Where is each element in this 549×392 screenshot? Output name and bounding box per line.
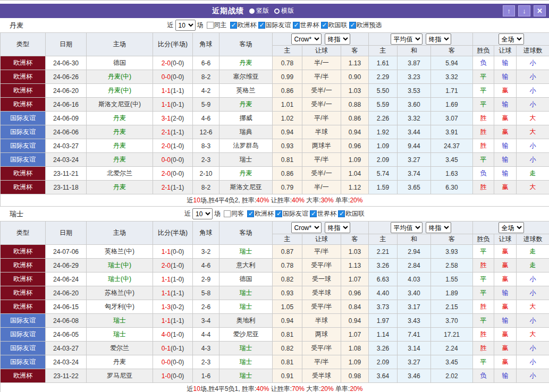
move-up-button[interactable]: ↑	[503, 5, 515, 16]
handicap-line-cell: 受平/半	[302, 300, 341, 314]
league-filter[interactable]: 世界杯	[310, 209, 336, 218]
away-odds-cell: 0.86	[341, 112, 369, 125]
layout-radio-vertical[interactable]: 竖版	[249, 6, 269, 15]
score-cell: 1-1(0-1)	[153, 98, 193, 112]
halftime-score: (0-1)	[171, 101, 184, 108]
radio-unselected-icon[interactable]	[274, 8, 280, 14]
avg-away-cell: 1.55	[431, 272, 473, 286]
handicap-result-cell: 赢	[494, 84, 517, 98]
avg-away-cell: 24.37	[431, 139, 473, 153]
league-filter[interactable]: 世界杯	[293, 21, 319, 30]
handicap-line-cell: 平/半	[302, 112, 341, 125]
checkbox-checked-icon[interactable]	[349, 22, 356, 29]
checkbox-checked-icon[interactable]	[247, 210, 254, 217]
checkbox-checked-icon[interactable]	[293, 22, 300, 29]
league-filter[interactable]: 欧国联	[338, 209, 365, 218]
home-team-cell: 丹麦	[87, 355, 153, 369]
odds-stage-select[interactable]: 终指	[325, 222, 350, 233]
average-select[interactable]: 平均值	[391, 33, 423, 45]
avg-draw-cell: 3.44	[398, 125, 431, 139]
corner-cell: 4-3	[193, 342, 219, 355]
result-cell: 胜	[473, 181, 494, 194]
layout-radio-vertical-label: 竖版	[256, 6, 269, 15]
avg-home-cell: 3.73	[369, 300, 398, 314]
odds-stage-select[interactable]: 终指	[325, 33, 350, 45]
handicap-line-cell: 半/一	[302, 181, 341, 194]
league-type-cell: 欧洲杯	[1, 272, 46, 286]
bookmaker-select[interactable]: Crow*	[291, 222, 322, 233]
league-filter[interactable]: 欧国联	[321, 21, 348, 30]
avg-away-cell: 2.15	[431, 300, 473, 314]
checkbox-checked-icon[interactable]	[338, 210, 345, 217]
avg-away-cell: 3.91	[431, 125, 473, 139]
score-cell: 1-1(1-1)	[153, 84, 193, 98]
subcol-handicap: 让球	[302, 234, 341, 245]
home-odds-cell: 0.81	[273, 153, 302, 167]
match-row: 欧洲杯24-06-15匈牙利(中)1-3(0-2)2-6瑞士1.05受平/半0.…	[1, 300, 549, 314]
corner-cell: 1-6	[193, 369, 219, 383]
same-away-filter[interactable]: 同客	[224, 209, 244, 218]
league-type-cell: 欧洲杯	[1, 245, 46, 259]
away-odds-cell: 0.84	[341, 300, 369, 314]
match-count-select[interactable]: 10	[192, 208, 213, 219]
checkbox-checked-icon[interactable]	[275, 210, 282, 217]
league-filter[interactable]: 欧洲预选	[349, 21, 382, 30]
home-odds-cell: 0.93	[273, 139, 302, 153]
handicap-result-cell: 赢	[494, 259, 517, 272]
league-filter[interactable]: 国际友谊	[275, 209, 308, 218]
home-odds-cell: 0.94	[273, 314, 302, 328]
handicap-line-cell: 受一球	[302, 272, 341, 286]
handicap-result-cell: 赢	[494, 181, 517, 194]
fulltime-score: 1-1	[162, 276, 171, 283]
fulltime-score: 0-0	[162, 359, 171, 366]
subcol-avg-draw: 和	[398, 234, 431, 245]
checkbox-unchecked-icon[interactable]	[224, 210, 231, 217]
league-filter[interactable]: 国际友谊	[258, 21, 291, 30]
away-odds-cell: 0.94	[341, 125, 369, 139]
team-name: 瑞士	[10, 209, 23, 219]
radio-selected-icon[interactable]	[249, 8, 255, 14]
date-cell: 24-06-15	[46, 300, 87, 314]
handicap-odds-group: Crow* 终指	[273, 33, 369, 46]
away-team-cell: 英格兰	[219, 84, 273, 98]
col-corner: 角球	[193, 221, 219, 245]
avg-away-cell: 3.45	[431, 153, 473, 167]
move-down-button[interactable]: ↓	[518, 5, 530, 16]
fulltime-score: 2-0	[162, 142, 171, 150]
summary-value: 40%	[292, 197, 305, 204]
fulltime-score: 0-0	[162, 156, 171, 164]
handicap-line-cell: 受平/半	[302, 342, 341, 355]
halftime-score: (0-0)	[171, 248, 184, 255]
close-button[interactable]: ✕	[534, 5, 546, 16]
scope-select[interactable]: 全场	[499, 222, 524, 233]
checkbox-checked-icon[interactable]	[310, 210, 317, 217]
avg-draw-cell: 3.53	[398, 84, 431, 98]
average-select[interactable]: 平均值	[391, 222, 423, 233]
league-filters: 欧洲杯国际友谊世界杯欧国联	[246, 209, 365, 219]
corner-cell: 2-6	[193, 300, 219, 314]
bookmaker-select[interactable]: Crow*	[291, 33, 322, 45]
results-table: 类型 日期 主场 比分(半场) 角球 客场 Crow* 终指 平均值 终指	[0, 32, 549, 207]
average-stage-select[interactable]: 终指	[426, 33, 451, 45]
checkbox-checked-icon[interactable]	[230, 22, 237, 29]
league-filter[interactable]: 欧洲杯	[230, 21, 257, 30]
checkbox-checked-icon[interactable]	[258, 22, 265, 29]
corner-cell: 5-8	[193, 286, 219, 300]
scope-select[interactable]: 全场	[499, 33, 524, 45]
same-home-filter-label: 同主	[214, 21, 227, 30]
titlebar-buttons: ↑ ↓ ✕	[503, 5, 546, 16]
goals-result-cell: 大	[517, 328, 549, 342]
result-group: 全场	[473, 221, 549, 234]
checkbox-checked-icon[interactable]	[321, 22, 328, 29]
same-home-filter[interactable]: 同主	[207, 21, 227, 30]
away-team-cell: 塞尔维亚	[219, 70, 273, 84]
average-stage-select[interactable]: 终指	[426, 222, 451, 233]
away-odds-cell: 0.94	[341, 314, 369, 328]
halftime-score: (0-1)	[171, 345, 184, 352]
average-odds-group: 平均值 终指	[369, 221, 473, 234]
away-team-cell: 丹麦	[219, 56, 273, 70]
checkbox-unchecked-icon[interactable]	[207, 22, 214, 29]
match-count-select[interactable]: 10	[175, 20, 196, 31]
layout-radio-horizontal[interactable]: 横版	[274, 6, 294, 15]
league-filter[interactable]: 欧洲杯	[247, 209, 274, 218]
